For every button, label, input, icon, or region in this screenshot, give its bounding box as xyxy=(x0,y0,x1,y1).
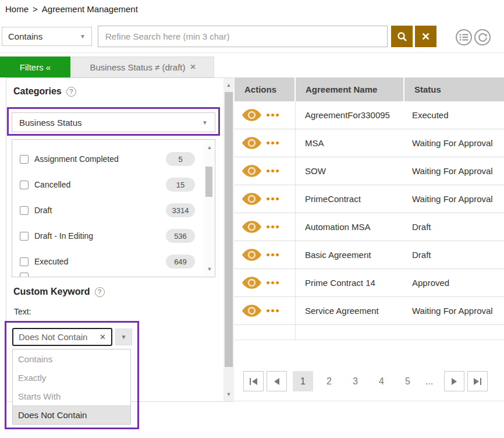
facet-scrollbar[interactable]: ▲ ▼ xyxy=(204,141,214,275)
status-cell: Approved xyxy=(403,278,504,288)
keyword-operator-combobox[interactable]: Does Not Contain ✕ xyxy=(12,328,112,346)
results-panel: Actions Agreement Name Status xyxy=(235,77,504,402)
more-actions-icon[interactable] xyxy=(267,309,279,312)
facet-checkbox-partial[interactable] xyxy=(20,273,29,277)
dropdown-option[interactable]: Exactly xyxy=(13,368,130,387)
actions-cell xyxy=(235,109,295,121)
more-actions-icon[interactable] xyxy=(267,142,279,144)
facet-row: Draft 3314 xyxy=(12,197,215,223)
first-page-button[interactable] xyxy=(243,371,264,391)
category-select[interactable]: Business Status ▼ xyxy=(12,112,215,132)
page-ellipsis[interactable]: ... xyxy=(419,371,439,391)
view-icon[interactable] xyxy=(242,137,261,149)
facet-checkbox[interactable] xyxy=(20,257,29,266)
view-icon[interactable] xyxy=(242,193,261,205)
first-page-icon xyxy=(250,378,257,385)
scroll-up-icon[interactable]: ▲ xyxy=(204,142,215,153)
filters-toggle-label: Filters « xyxy=(20,62,51,72)
page-number-button[interactable]: 3 xyxy=(345,371,365,391)
dropdown-option[interactable]: Starts With xyxy=(13,387,130,405)
filters-panel: Categories ? Business Status ▼ Assignmen… xyxy=(6,77,234,402)
actions-cell xyxy=(235,137,295,149)
more-actions-icon[interactable] xyxy=(267,225,279,228)
active-filter-chip[interactable]: Business Status ≠ (draft) ✕ xyxy=(72,56,214,77)
facet-count-badge: 15 xyxy=(166,178,195,192)
view-icon[interactable] xyxy=(242,305,261,317)
facet-count-badge: 536 xyxy=(166,229,195,243)
view-icon[interactable] xyxy=(242,165,261,177)
more-actions-icon[interactable] xyxy=(267,169,279,172)
previous-page-icon xyxy=(274,378,279,385)
custom-keyword-heading-label: Custom Keyword xyxy=(13,287,90,297)
filters-toggle-button[interactable]: Filters « xyxy=(0,56,70,77)
custom-keyword-heading: Custom Keyword ? xyxy=(13,287,105,297)
more-actions-icon[interactable] xyxy=(267,114,279,116)
dropdown-option[interactable]: Does Not Contain xyxy=(13,405,130,424)
actions-cell xyxy=(235,193,295,205)
column-header-status[interactable]: Status xyxy=(404,77,504,101)
view-icon[interactable] xyxy=(242,109,261,121)
next-page-button[interactable] xyxy=(444,371,464,391)
clear-search-button[interactable]: ✕ xyxy=(415,26,436,47)
chevron-down-icon: ▼ xyxy=(121,334,127,340)
search-operator-select[interactable]: Contains ▼ xyxy=(2,27,92,46)
view-icon[interactable] xyxy=(242,249,261,261)
chevron-down-icon: ▼ xyxy=(202,119,208,126)
facet-checkbox[interactable] xyxy=(20,181,29,189)
facet-checkbox[interactable] xyxy=(20,232,29,241)
search-input[interactable] xyxy=(98,26,388,47)
agreement-name-cell[interactable]: Prime Contract 14 xyxy=(295,269,403,296)
status-cell: Waiting For Approval xyxy=(403,166,504,176)
view-icon[interactable] xyxy=(242,277,261,289)
custom-keyword-help-icon[interactable]: ? xyxy=(95,287,105,297)
breadcrumb-home[interactable]: Home xyxy=(5,4,29,14)
categories-help-icon[interactable]: ? xyxy=(66,87,76,97)
agreement-management-screen: Home > Agreement Management Contains ▼ ✕… xyxy=(0,0,504,438)
facet-scrollbar-thumb[interactable] xyxy=(205,167,212,197)
search-operator-value: Contains xyxy=(8,31,42,41)
agreement-name-cell[interactable]: Automation MSA xyxy=(295,213,403,241)
keyword-operator-dropdown-button[interactable]: ▼ xyxy=(115,328,132,345)
dropdown-option[interactable]: Contains xyxy=(13,349,130,368)
table-row: Prime Contract 14 Approved xyxy=(235,269,504,297)
table-empty-row xyxy=(235,325,504,340)
facet-row: Draft - In Editing 536 xyxy=(12,223,215,249)
agreement-name-cell[interactable]: SOW xyxy=(295,157,403,185)
previous-page-button[interactable] xyxy=(267,371,287,391)
search-button[interactable] xyxy=(391,26,413,47)
page-number-button[interactable]: 4 xyxy=(371,371,392,391)
agreement-name-cell[interactable]: Service Agreement xyxy=(295,297,403,324)
agreement-name-cell[interactable]: Basic Agreement xyxy=(295,241,403,269)
scroll-up-icon[interactable]: ▲ xyxy=(223,80,234,90)
page-number-button[interactable]: 2 xyxy=(319,371,339,391)
filters-panel-scrollbar-thumb[interactable] xyxy=(225,92,233,367)
view-icon[interactable] xyxy=(242,221,261,233)
agreement-name-cell[interactable]: AgreementFor330095 xyxy=(295,101,403,129)
saved-list-icon[interactable] xyxy=(456,29,472,45)
filters-panel-scrollbar[interactable]: ▲ ▼ xyxy=(223,78,234,401)
text-field-label: Text: xyxy=(14,307,31,316)
facet-count-badge: 649 xyxy=(166,255,195,269)
page-button-current[interactable]: 1 xyxy=(293,371,313,391)
column-header-agreement-name[interactable]: Agreement Name xyxy=(296,77,403,101)
more-actions-icon[interactable] xyxy=(267,253,279,256)
more-actions-icon[interactable] xyxy=(267,281,279,284)
agreement-name-cell[interactable]: PrimeContract xyxy=(295,185,403,213)
chevron-down-icon: ▼ xyxy=(80,33,86,40)
facet-checkbox[interactable] xyxy=(20,206,29,215)
scroll-down-icon[interactable]: ▼ xyxy=(223,389,234,400)
table-row: SOW Waiting For Approval xyxy=(235,157,504,185)
remove-filter-icon[interactable]: ✕ xyxy=(190,63,196,71)
agreement-name-cell[interactable]: MSA xyxy=(295,129,403,157)
clear-operator-icon[interactable]: ✕ xyxy=(100,333,106,341)
more-actions-icon[interactable] xyxy=(267,197,279,200)
refresh-icon[interactable] xyxy=(474,29,491,45)
facet-label: Draft xyxy=(34,206,52,215)
column-header-actions[interactable]: Actions xyxy=(235,77,294,101)
scroll-down-icon[interactable]: ▼ xyxy=(204,264,215,274)
breadcrumb: Home > Agreement Management xyxy=(5,4,138,14)
page-number-button[interactable]: 5 xyxy=(397,371,418,391)
actions-cell xyxy=(235,165,295,177)
facet-checkbox[interactable] xyxy=(20,155,29,164)
last-page-button[interactable] xyxy=(467,371,488,391)
